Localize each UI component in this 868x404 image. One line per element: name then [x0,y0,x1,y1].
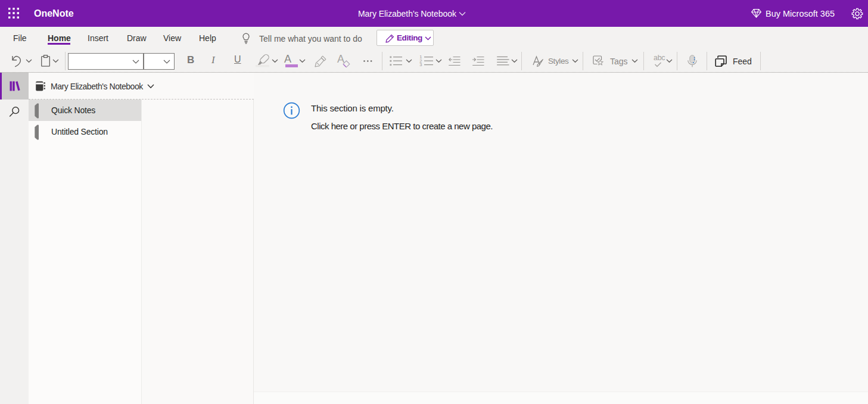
svg-text:3: 3 [419,62,422,66]
